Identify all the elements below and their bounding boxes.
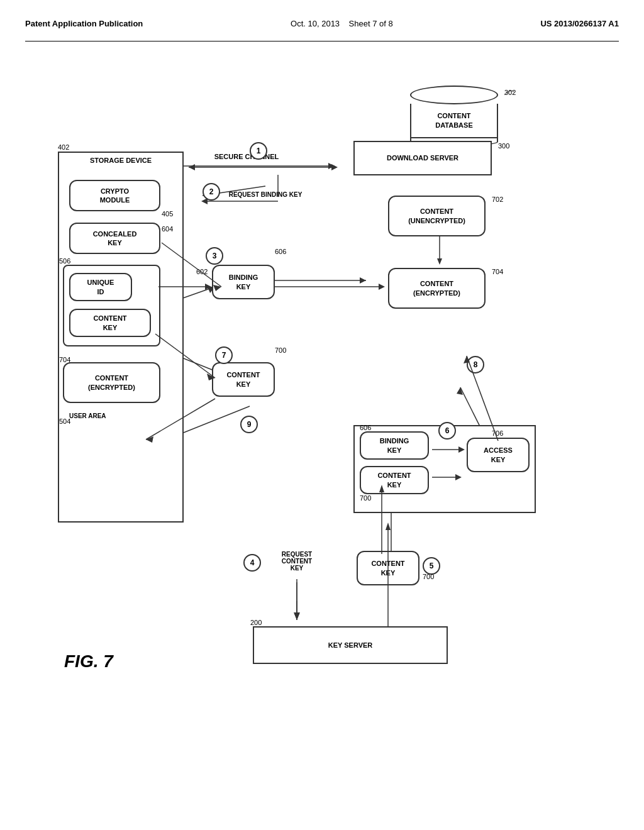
ref-704b: 704: [492, 268, 503, 275]
svg-marker-55: [201, 198, 208, 204]
circle-5: 5: [423, 557, 440, 575]
header-center: Oct. 10, 2013 Sheet 7 of 8: [291, 19, 393, 28]
svg-line-48: [146, 399, 215, 440]
unique-id: UNIQUEID: [69, 273, 132, 301]
svg-marker-27: [437, 258, 442, 265]
svg-marker-52: [331, 164, 338, 170]
circle-9: 9: [240, 416, 258, 433]
download-server: DOWNLOAD SERVER: [353, 141, 492, 175]
ref-405: 405: [162, 210, 173, 218]
crypto-module: CRYPTOMODULE: [69, 180, 160, 211]
svg-line-46: [155, 334, 215, 378]
circle-1: 1: [250, 142, 267, 160]
request-content-key: REQUESTCONTENTKEY: [259, 551, 335, 572]
ref-504: 504: [59, 418, 70, 425]
content-key-mid: CONTENTKEY: [212, 362, 275, 397]
svg-marker-51: [189, 164, 195, 170]
ref-606a: 606: [275, 248, 286, 255]
content-unencrypted: CONTENT(UNENCRYPTED): [388, 196, 486, 236]
svg-marker-39: [379, 485, 384, 492]
content-database-label: CONTENTDATABASE: [410, 104, 498, 138]
circle-4: 4: [243, 554, 261, 572]
ref-700b: 700: [360, 494, 371, 502]
diagram-area: CONTENTDATABASE 302 DOWNLOAD SERVER 300 …: [26, 54, 618, 746]
ref-606b: 606: [360, 424, 371, 431]
svg-marker-33: [455, 474, 462, 480]
ref-506: 506: [59, 257, 70, 265]
fig-label: FIG. 7: [64, 651, 113, 672]
svg-marker-35: [294, 614, 299, 620]
svg-marker-41: [379, 284, 385, 290]
svg-line-28: [467, 356, 498, 441]
svg-marker-29: [464, 356, 470, 363]
user-area-label: USER AREA: [69, 412, 106, 419]
ref-702: 702: [492, 196, 503, 203]
page: Patent Application Publication Oct. 10, …: [0, 0, 644, 830]
ref-700c: 700: [423, 573, 434, 580]
circle-6: 6: [438, 422, 456, 440]
header-left: Patent Application Publication: [25, 19, 143, 28]
header-right: US 2013/0266137 A1: [540, 19, 619, 28]
storage-device-label: STORAGE DEVICE: [61, 157, 180, 164]
svg-marker-31: [458, 446, 465, 453]
content-encrypted-dl: CONTENT(ENCRYPTED): [388, 268, 486, 309]
ref-200: 200: [250, 619, 262, 626]
ref-300: 300: [498, 142, 509, 150]
content-database: CONTENTDATABASE: [410, 86, 498, 147]
ref-604: 604: [162, 225, 173, 233]
ref-402: 402: [58, 143, 69, 151]
svg-marker-45: [205, 284, 211, 290]
header: Patent Application Publication Oct. 10, …: [25, 13, 619, 42]
concealed-key: CONCEALEDKEY: [69, 223, 160, 254]
ref-704a: 704: [59, 356, 70, 363]
content-key-storage: CONTENTKEY: [69, 309, 151, 337]
ref-700a: 700: [275, 346, 286, 354]
key-server: KEY SERVER: [253, 626, 448, 664]
